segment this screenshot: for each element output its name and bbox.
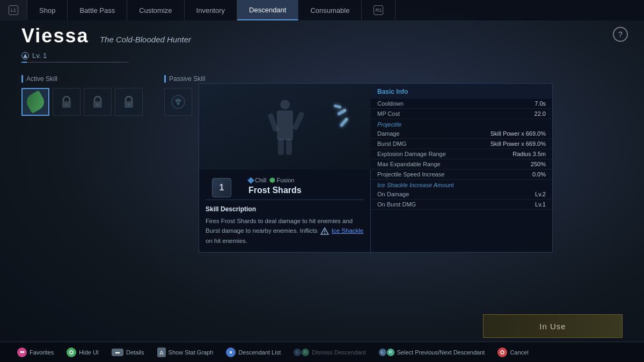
svg-point-8 xyxy=(177,102,180,105)
hide-ui-key xyxy=(67,348,76,357)
nav-consumable[interactable]: Consumable xyxy=(298,0,362,20)
skill-lock-icon-3 xyxy=(88,92,107,112)
nav-shop[interactable]: Shop xyxy=(27,0,68,20)
character-header: Viessa The Cold-Blooded Hunter Lv. 1 xyxy=(21,25,191,63)
projectile-stats-section: Damage Skill Power x 669.0% Burst DMG Sk… xyxy=(371,129,552,180)
nav-r1[interactable]: R1 xyxy=(362,0,396,20)
stat-row: Cooldown 7.0s xyxy=(371,99,552,109)
nav-customize[interactable]: Customize xyxy=(127,0,184,20)
svg-point-11 xyxy=(324,233,325,234)
skill-icon-3[interactable] xyxy=(84,88,112,116)
active-skill-label: Active Skill xyxy=(21,75,143,83)
l1-icon: L1 xyxy=(9,5,18,15)
level-icon xyxy=(21,52,29,60)
stat-row: Projectile Speed Increase 0.0% xyxy=(371,169,552,180)
nav-descendant[interactable]: Descendant xyxy=(237,0,298,20)
nav-battle-pass[interactable]: Battle Pass xyxy=(68,0,127,20)
svg-point-14 xyxy=(70,351,73,354)
stat-row: Explosion Damage Range Radius 3.5m xyxy=(371,149,552,159)
active-skills: Active Skill xyxy=(21,75,143,116)
r1-icon: R1 xyxy=(374,5,383,15)
stat-row: Damage Skill Power x 669.0% xyxy=(371,129,552,139)
passive-skill-label: Passive Skill xyxy=(164,75,205,83)
skill-tags: Chill Fusion xyxy=(242,176,364,184)
character-name: Viessa xyxy=(21,25,89,47)
svg-point-12 xyxy=(20,351,22,353)
skill-icon-2[interactable] xyxy=(53,88,80,116)
skill-description-title: Skill Description xyxy=(199,200,370,216)
svg-point-2 xyxy=(65,104,68,106)
details-key: ▬ xyxy=(112,349,123,356)
character-subtitle: The Cold-Blooded Hunter xyxy=(100,35,191,44)
skill-description-text: Fires Frost Shards to deal damage to hit… xyxy=(199,216,370,252)
chill-tag-icon xyxy=(247,177,254,184)
skill-name: Frost Shards xyxy=(242,184,364,200)
action-dismiss-descendant: L R Dismiss Descendant xyxy=(287,349,372,356)
active-skills-row xyxy=(21,88,143,116)
stat-row: On Damage Lv.2 xyxy=(371,189,552,200)
ice-shackle-stats-section: On Damage Lv.2 On Burst DMG Lv.1 xyxy=(371,189,552,210)
skill-icon-4[interactable] xyxy=(115,88,143,116)
skills-section: Active Skill xyxy=(21,75,205,116)
favorites-key xyxy=(17,348,27,357)
dismiss-key: L R xyxy=(294,349,309,356)
fusion-tag-icon xyxy=(269,178,275,183)
in-use-button[interactable]: In Use xyxy=(483,314,623,338)
projectile-effect xyxy=(323,105,349,127)
action-details: ▬ Details xyxy=(105,349,151,356)
nav-inventory[interactable]: Inventory xyxy=(185,0,237,20)
basic-info-title: Basic Info xyxy=(371,84,552,99)
basic-stats-section: Cooldown 7.0s MP Cost 22.0 xyxy=(371,99,552,119)
character-level: Lv. 1 xyxy=(21,51,191,60)
stat-row: Burst DMG Skill Power x 669.0% xyxy=(371,139,552,149)
ice-shackle-category: Ice Shackle Increase Amount xyxy=(371,180,552,189)
top-navigation: L1 Shop Battle Pass Customize Inventory … xyxy=(0,0,644,20)
svg-point-18 xyxy=(501,351,504,354)
svg-point-13 xyxy=(22,351,24,353)
skill-leaf-icon xyxy=(26,92,45,112)
stat-row: MP Cost 22.0 xyxy=(371,109,552,119)
svg-point-4 xyxy=(97,104,99,106)
action-favorites: Favorites xyxy=(11,348,60,357)
help-button[interactable]: ? xyxy=(613,27,628,42)
skill-panel-right: Basic Info Cooldown 7.0s MP Cost 22.0 Pr… xyxy=(371,84,552,252)
descendant-list-key xyxy=(226,348,236,357)
character-silhouette xyxy=(258,94,312,159)
action-cancel: Cancel xyxy=(491,348,535,357)
action-show-stat-graph: Show Stat Graph xyxy=(151,348,220,357)
skill-detail-panel: 1 Chill Fusion Frost Shards Skill Descri… xyxy=(199,83,553,253)
select-prev-next-key: L R xyxy=(379,349,394,356)
stat-graph-key xyxy=(157,348,166,357)
svg-marker-0 xyxy=(23,54,27,58)
stat-row: Max Expandable Range 250% xyxy=(371,159,552,169)
projectile-category: Projectile xyxy=(371,119,552,129)
action-select-prev-next: L R Select Previous/Next Descendant xyxy=(372,349,492,356)
skill-lock-icon-2 xyxy=(57,92,76,112)
skill-tag-fusion: Fusion xyxy=(269,177,294,183)
skill-preview-area xyxy=(199,84,371,169)
nav-l1[interactable]: L1 xyxy=(0,0,27,20)
action-hide-ui: Hide UI xyxy=(60,348,105,357)
skill-number-badge: 1 xyxy=(212,178,231,197)
svg-marker-15 xyxy=(160,351,163,354)
passive-skill-icon-1[interactable] xyxy=(164,88,192,116)
inflict-icon xyxy=(320,227,329,235)
skill-panel-left: 1 Chill Fusion Frost Shards Skill Descri… xyxy=(199,84,371,252)
passive-skill-icon-inner-1 xyxy=(169,92,188,112)
bottom-action-bar: Favorites Hide UI ▬ Details Show Stat Gr… xyxy=(0,342,644,362)
skill-link-ice-shackle[interactable]: Ice Shackle xyxy=(332,227,363,234)
skill-tag-chill: Chill xyxy=(248,177,266,183)
skill-lock-icon-4 xyxy=(119,92,138,112)
action-descendant-list: Descendant List xyxy=(219,348,287,357)
svg-point-6 xyxy=(128,104,130,106)
stat-row: On Burst DMG Lv.1 xyxy=(371,200,552,210)
level-progress-bar xyxy=(21,62,129,63)
level-progress-fill xyxy=(21,62,27,63)
cancel-key xyxy=(497,348,507,357)
skill-icon-1[interactable] xyxy=(21,88,49,116)
